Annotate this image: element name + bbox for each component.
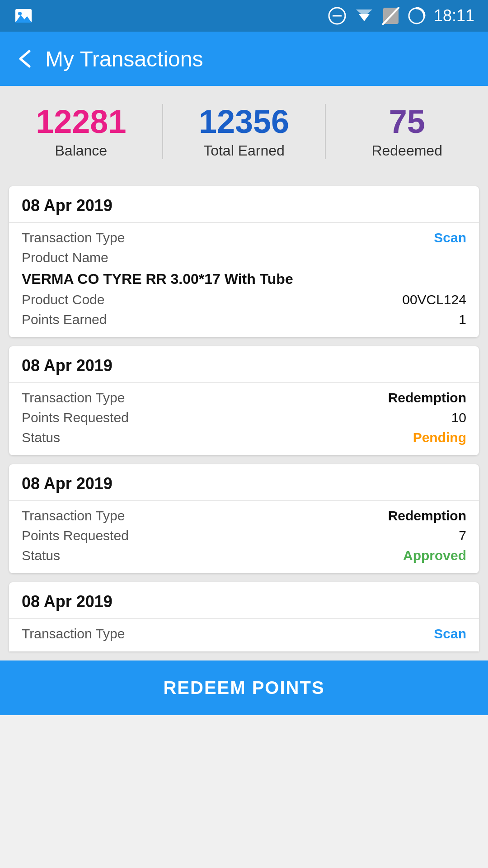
- transaction-card: 08 Apr 2019Transaction TypeRedemptionPoi…: [9, 464, 479, 573]
- transaction-card: 08 Apr 2019Transaction TypeRedemptionPoi…: [9, 346, 479, 455]
- row-label: Transaction Type: [22, 508, 125, 524]
- row-value-type: Scan: [434, 230, 466, 245]
- row-value: 7: [459, 528, 466, 543]
- redeemed-value: 75: [389, 104, 425, 140]
- row-label: Product Name: [22, 250, 108, 265]
- earned-value: 12356: [199, 104, 289, 140]
- transactions-container: 08 Apr 2019Transaction TypeScanProduct N…: [0, 177, 488, 660]
- row-label: Points Requested: [22, 528, 129, 543]
- back-arrow-icon: [14, 47, 36, 70]
- loading-icon: [408, 7, 426, 25]
- row-value: Pending: [413, 430, 466, 445]
- row-label: Product Code: [22, 292, 104, 307]
- stat-balance: 12281 Balance: [0, 99, 162, 164]
- product-name: VERMA CO TYRE RR 3.00*17 With Tube: [22, 271, 466, 288]
- status-bar-icons: [328, 7, 426, 25]
- row-value-type: Scan: [434, 626, 466, 642]
- status-bar: 18:11: [0, 0, 488, 32]
- app-header: My Transactions: [0, 32, 488, 86]
- transaction-card: 08 Apr 2019Transaction TypeScanProduct N…: [9, 186, 479, 337]
- row-value: 1: [459, 312, 466, 327]
- card-row: Product Code00VCL124: [22, 292, 466, 307]
- card-row-transaction-type: Transaction TypeScan: [22, 230, 466, 245]
- svg-marker-7: [356, 9, 372, 17]
- card-body: Transaction TypeScanProduct NameVERMA CO…: [9, 223, 479, 337]
- transaction-card: 08 Apr 2019Transaction TypeScan: [9, 582, 479, 651]
- row-value-type: Redemption: [388, 508, 466, 524]
- back-button[interactable]: [14, 47, 36, 70]
- page-title: My Transactions: [45, 47, 203, 71]
- card-body: Transaction TypeScan: [9, 619, 479, 651]
- card-date: 08 Apr 2019: [9, 464, 479, 501]
- status-time: 18:11: [434, 6, 474, 25]
- row-label: Status: [22, 430, 60, 445]
- row-label: Status: [22, 548, 60, 563]
- row-label: Transaction Type: [22, 230, 125, 245]
- row-label: Points Requested: [22, 410, 129, 425]
- redeemed-label: Redeemed: [371, 142, 442, 159]
- card-body: Transaction TypeRedemptionPoints Request…: [9, 501, 479, 573]
- sim-icon: [382, 7, 399, 25]
- balance-value: 12281: [36, 104, 126, 140]
- card-row-transaction-type: Transaction TypeRedemption: [22, 390, 466, 406]
- image-icon: [14, 6, 33, 26]
- row-value-type: Redemption: [388, 390, 466, 406]
- card-row-product-name-label: Product Name: [22, 250, 466, 265]
- svg-point-3: [18, 12, 22, 15]
- card-row: StatusApproved: [22, 548, 466, 563]
- row-label: Transaction Type: [22, 390, 125, 406]
- row-label: Points Earned: [22, 312, 107, 327]
- card-row: Points Requested10: [22, 410, 466, 425]
- card-date: 08 Apr 2019: [9, 186, 479, 223]
- dnd-icon: [328, 7, 346, 25]
- balance-label: Balance: [55, 142, 108, 159]
- row-value: 10: [451, 410, 466, 425]
- wifi-icon: [354, 7, 374, 25]
- stats-row: 12281 Balance 12356 Total Earned 75 Rede…: [0, 86, 488, 177]
- card-date: 08 Apr 2019: [9, 582, 479, 619]
- earned-label: Total Earned: [203, 142, 285, 159]
- card-row-transaction-type: Transaction TypeScan: [22, 626, 466, 642]
- card-body: Transaction TypeRedemptionPoints Request…: [9, 383, 479, 455]
- card-row: Points Earned1: [22, 312, 466, 327]
- row-value: Approved: [403, 548, 466, 563]
- status-bar-left: [14, 6, 328, 26]
- redeem-points-button[interactable]: REDEEM POINTS: [0, 660, 488, 715]
- row-label: Transaction Type: [22, 626, 125, 642]
- card-row: StatusPending: [22, 430, 466, 445]
- card-date: 08 Apr 2019: [9, 346, 479, 383]
- stat-redeemed: 75 Redeemed: [326, 99, 488, 164]
- card-row-transaction-type: Transaction TypeRedemption: [22, 508, 466, 524]
- stat-earned: 12356 Total Earned: [163, 99, 325, 164]
- card-row: Points Requested7: [22, 528, 466, 543]
- row-value: 00VCL124: [402, 292, 466, 307]
